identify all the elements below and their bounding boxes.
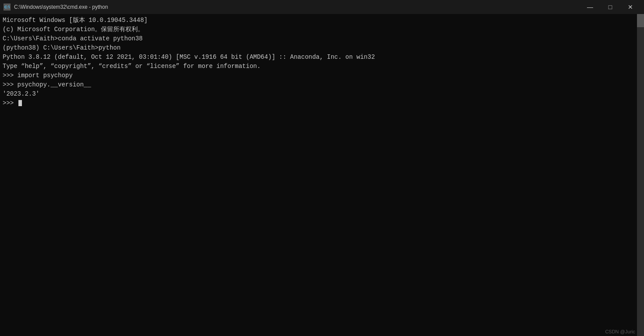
terminal-line: Microsoft Windows [版本 10.0.19045.3448] [3,16,641,25]
title-bar-controls: — □ ✕ [580,0,640,14]
scrollbar-thumb[interactable] [637,14,644,27]
terminal-line: >>> [3,99,641,108]
title-bar: C:\ C:\Windows\system32\cmd.exe - python… [0,0,644,14]
title-bar-left: C:\ C:\Windows\system32\cmd.exe - python [4,4,108,11]
terminal-line: C:\Users\Faith>conda activate python38 [3,34,641,43]
window-title: C:\Windows\system32\cmd.exe - python [14,4,108,10]
maximize-button[interactable]: □ [600,0,620,14]
watermark: CSDN @Juric [605,329,635,334]
terminal-line: '2023.2.3' [3,89,641,99]
terminal-line: >>> import psychopy [3,71,641,80]
terminal-line: Python 3.8.12 (default, Oct 12 2021, 03:… [3,53,641,62]
scrollbar[interactable] [637,14,644,336]
close-button[interactable]: ✕ [620,0,640,14]
terminal-line: Type “help”, “copyright”, “credits” or “… [3,62,641,71]
terminal-body[interactable]: Microsoft Windows [版本 10.0.19045.3448](c… [0,14,644,336]
cmd-window: C:\ C:\Windows\system32\cmd.exe - python… [0,0,644,336]
terminal-line: >>> psychopy.__version__ [3,80,641,89]
minimize-button[interactable]: — [580,0,600,14]
cmd-icon: C:\ [4,4,11,11]
terminal-line: (python38) C:\Users\Faith>python [3,43,641,53]
cursor [18,100,22,106]
terminal-line: (c) Microsoft Corporation。保留所有权利。 [3,25,641,34]
